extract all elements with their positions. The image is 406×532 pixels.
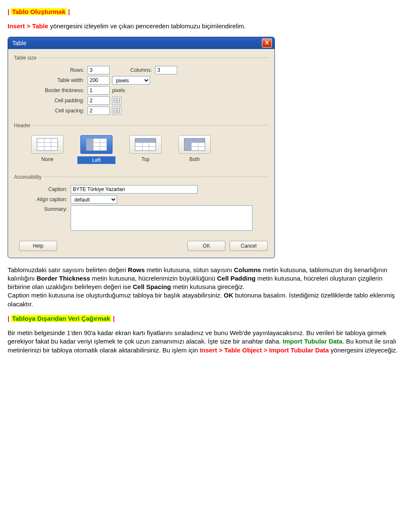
close-icon[interactable]: X [262, 38, 272, 48]
table-width-input[interactable] [88, 76, 110, 85]
group-accessibility: Accessibility Caption: Align caption: de… [14, 174, 269, 234]
intro-paragraph: Insert > Table yönergesini izleyelim ve … [8, 22, 398, 30]
section2-title: Tabloya Dışarıdan Veri Çağırmak [11, 315, 111, 322]
label-border-thickness: Border thickness: [16, 87, 88, 93]
pipe: | [68, 8, 70, 15]
titlebar: Table X [8, 37, 274, 49]
label-cell-spacing: Cell spacing: [16, 108, 88, 114]
group-header: Header None [14, 123, 269, 170]
label-rows: Rows: [16, 67, 88, 73]
label-caption: Caption: [16, 186, 71, 192]
paragraph-4: Bir metin belgesinde 1'den 90'a kadar ek… [8, 329, 398, 355]
label-columns: Columns: [110, 67, 155, 73]
pipe: | [8, 8, 9, 15]
cell-padding-icon[interactable] [112, 96, 121, 105]
group-table-size: Table size Rows: Columns: Table width: p… [14, 55, 269, 118]
cell-padding-input[interactable] [88, 96, 110, 105]
align-caption-select[interactable]: default [71, 195, 117, 204]
border-thickness-unit: pixels [112, 87, 125, 93]
header-option-none[interactable]: None [28, 135, 66, 164]
dialog-title: Table [12, 40, 262, 46]
menu-path: Insert > Table [8, 22, 48, 30]
cell-spacing-icon[interactable] [112, 106, 121, 115]
rows-input[interactable] [88, 66, 110, 74]
caption-input[interactable] [71, 185, 198, 194]
label-table-width: Table width: [16, 77, 88, 83]
border-thickness-input[interactable] [88, 86, 110, 95]
ok-button[interactable]: OK [187, 241, 225, 251]
label-summary: Summary: [16, 205, 71, 212]
paragraph-2: Tablomuzdaki satır sayısını belirten değ… [8, 266, 398, 308]
header-option-none-label: None [28, 156, 66, 162]
legend-table-size: Table size [14, 55, 39, 61]
header-option-both-label: Both [176, 156, 214, 162]
section1-title: Tablo Oluşturmak [11, 8, 66, 15]
header-option-left-label: Left [77, 156, 115, 164]
table-dialog: Table X Table size Rows: Columns: Table … [8, 37, 275, 258]
cell-spacing-input[interactable] [88, 106, 110, 115]
intro-rest: yönergesini izleyelim ve çıkan pencerede… [48, 22, 246, 30]
label-cell-padding: Cell padding: [16, 98, 88, 104]
header-option-both[interactable]: Both [176, 135, 214, 164]
pipe: | [113, 315, 115, 322]
summary-textarea[interactable] [71, 205, 252, 231]
header-option-top[interactable]: Top [126, 135, 165, 164]
cancel-button[interactable]: Cancel [230, 241, 268, 251]
help-button[interactable]: Help [19, 241, 57, 251]
header-option-top-label: Top [126, 156, 165, 162]
pipe: | [8, 315, 9, 322]
label-align-caption: Align caption: [16, 196, 71, 202]
legend-header: Header [14, 123, 33, 128]
table-width-unit-select[interactable]: pixels [112, 76, 150, 85]
legend-accessibility: Accessibility [14, 174, 44, 180]
columns-input[interactable] [155, 66, 177, 74]
header-option-left[interactable]: Left [77, 135, 115, 164]
